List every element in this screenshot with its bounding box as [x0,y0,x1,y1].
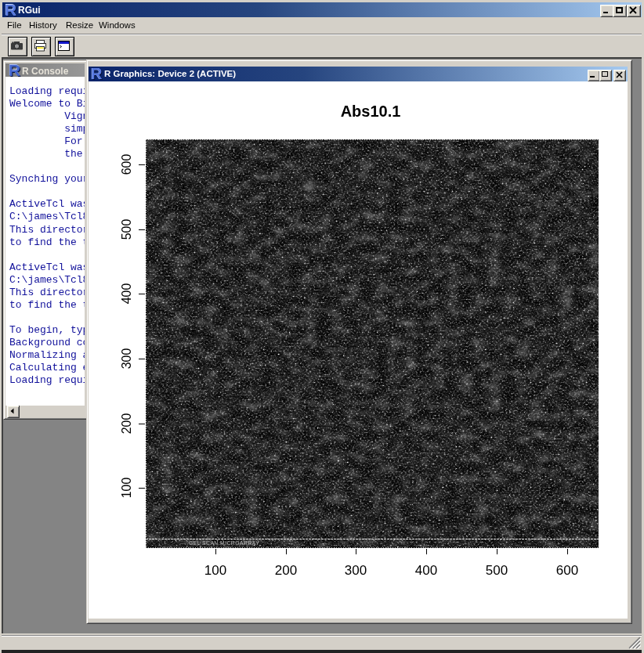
svg-text:GEL SCAN MICROARRAY: GEL SCAN MICROARRAY [189,540,259,546]
svg-text:R: R [91,67,103,81]
svg-text:R: R [9,63,20,78]
svg-text:R: R [5,3,16,17]
